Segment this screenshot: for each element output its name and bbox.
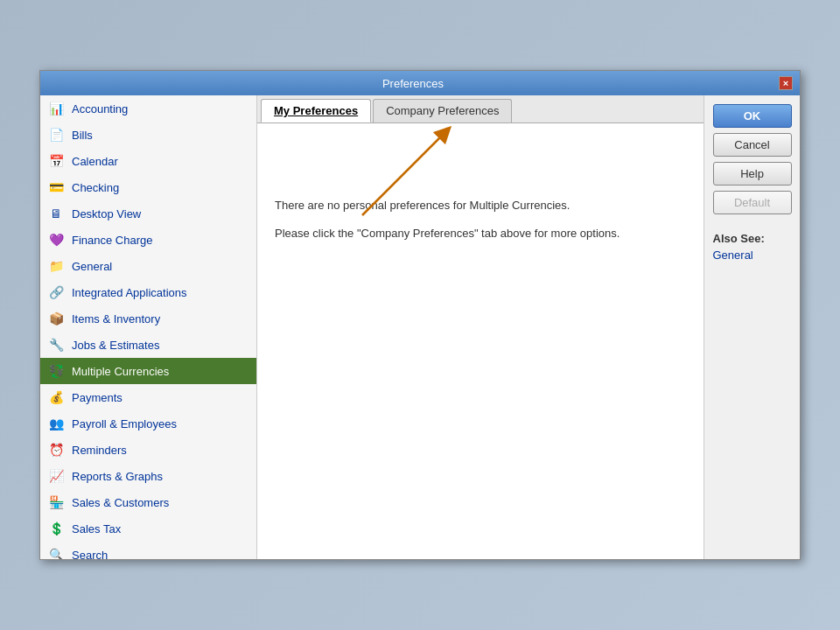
- preferences-dialog: Preferences × 📊Accounting📄Bills📅Calendar…: [39, 70, 801, 560]
- also-see-section: Also See: General: [713, 232, 792, 262]
- window-body: 📊Accounting📄Bills📅Calendar💳Checking🖥Desk…: [40, 95, 800, 559]
- sidebar-label-desktop-view: Desktop View: [72, 207, 141, 220]
- payments-icon: 💰: [47, 388, 65, 406]
- checking-icon: 💳: [47, 178, 65, 196]
- sales-customers-icon: 🏪: [47, 494, 65, 511]
- sidebar-item-reports-graphs[interactable]: 📈Reports & Graphs: [40, 463, 256, 489]
- sidebar-label-payments: Payments: [72, 391, 122, 404]
- sidebar-label-payroll-employees: Payroll & Employees: [72, 417, 177, 430]
- sidebar-item-desktop-view[interactable]: 🖥Desktop View: [40, 200, 256, 227]
- sidebar-item-payroll-employees[interactable]: 👥Payroll & Employees: [40, 410, 256, 437]
- sidebar-item-payments[interactable]: 💰Payments: [40, 384, 256, 410]
- tabs-row: My Preferences Company Preferences: [257, 95, 704, 123]
- sidebar-item-reminders[interactable]: ⏰Reminders: [40, 437, 256, 463]
- tab-company-preferences[interactable]: Company Preferences: [373, 99, 512, 122]
- payroll-employees-icon: 👥: [47, 415, 65, 432]
- sidebar-item-search[interactable]: 🔍Search: [40, 542, 256, 559]
- sidebar-label-accounting: Accounting: [72, 102, 128, 116]
- ok-button[interactable]: OK: [713, 104, 792, 128]
- sidebar-item-sales-customers[interactable]: 🏪Sales & Customers: [40, 489, 256, 515]
- sidebar-item-checking[interactable]: 💳Checking: [40, 174, 256, 200]
- sidebar-label-multiple-currencies: Multiple Currencies: [72, 365, 169, 378]
- jobs-estimates-icon: 🔧: [47, 336, 65, 354]
- sidebar-item-jobs-estimates[interactable]: 🔧Jobs & Estimates: [40, 332, 256, 358]
- sidebar-item-integrated-applications[interactable]: 🔗Integrated Applications: [40, 279, 256, 305]
- items-inventory-icon: 📦: [47, 310, 65, 327]
- sidebar-item-multiple-currencies[interactable]: 💱Multiple Currencies: [40, 358, 256, 384]
- sidebar-label-checking: Checking: [72, 181, 119, 194]
- close-button[interactable]: ×: [779, 76, 793, 90]
- cancel-button[interactable]: Cancel: [713, 133, 792, 157]
- sales-tax-icon: 💲: [47, 520, 65, 537]
- calendar-icon: 📅: [47, 152, 65, 170]
- reports-graphs-icon: 📈: [47, 467, 65, 485]
- sidebar-item-calendar[interactable]: 📅Calendar: [40, 148, 256, 174]
- main-content: My Preferences Company Preferences: [257, 95, 704, 559]
- sidebar-label-sales-customers: Sales & Customers: [72, 496, 169, 509]
- sidebar-label-integrated-applications: Integrated Applications: [72, 286, 187, 299]
- annotation-arrow: [310, 123, 502, 220]
- sidebar-label-reminders: Reminders: [72, 444, 127, 457]
- content-line-2: Please click the "Company Preferences" t…: [275, 225, 686, 242]
- sidebar-label-reports-graphs: Reports & Graphs: [72, 470, 163, 483]
- title-bar: Preferences ×: [40, 71, 800, 95]
- svg-line-0: [362, 132, 445, 215]
- sidebar-label-search: Search: [72, 549, 108, 560]
- sidebar-label-finance-charge: Finance Charge: [72, 234, 153, 247]
- multiple-currencies-icon: 💱: [47, 362, 65, 380]
- sidebar-label-general: General: [72, 260, 112, 273]
- reminders-icon: ⏰: [47, 441, 65, 458]
- default-button[interactable]: Default: [713, 191, 792, 214]
- sidebar-label-sales-tax: Sales Tax: [72, 522, 121, 536]
- desktop-view-icon: 🖥: [47, 205, 65, 222]
- content-area: There are no personal preferences for Mu…: [257, 123, 704, 559]
- sidebar: 📊Accounting📄Bills📅Calendar💳Checking🖥Desk…: [40, 95, 257, 559]
- sidebar-item-accounting[interactable]: 📊Accounting: [40, 95, 256, 122]
- sidebar-label-bills: Bills: [72, 129, 93, 142]
- also-see-title: Also See:: [713, 232, 792, 245]
- right-panel: OK Cancel Help Default Also See: General: [704, 95, 800, 559]
- sidebar-item-finance-charge[interactable]: 💜Finance Charge: [40, 227, 256, 253]
- search-icon: 🔍: [47, 546, 65, 559]
- integrated-applications-icon: 🔗: [47, 284, 65, 301]
- sidebar-item-general[interactable]: 📁General: [40, 253, 256, 279]
- general-icon: 📁: [47, 257, 65, 275]
- accounting-icon: 📊: [47, 100, 65, 117]
- help-button[interactable]: Help: [713, 162, 792, 186]
- sidebar-item-items-inventory[interactable]: 📦Items & Inventory: [40, 305, 256, 332]
- also-see-general-link[interactable]: General: [713, 248, 753, 262]
- sidebar-label-calendar: Calendar: [72, 155, 118, 168]
- finance-charge-icon: 💜: [47, 231, 65, 248]
- dialog-title: Preferences: [47, 77, 779, 90]
- sidebar-label-items-inventory: Items & Inventory: [72, 312, 160, 326]
- sidebar-item-sales-tax[interactable]: 💲Sales Tax: [40, 515, 256, 542]
- sidebar-label-jobs-estimates: Jobs & Estimates: [72, 339, 159, 352]
- sidebar-item-bills[interactable]: 📄Bills: [40, 122, 256, 148]
- tab-my-preferences[interactable]: My Preferences: [261, 99, 371, 122]
- bills-icon: 📄: [47, 126, 65, 144]
